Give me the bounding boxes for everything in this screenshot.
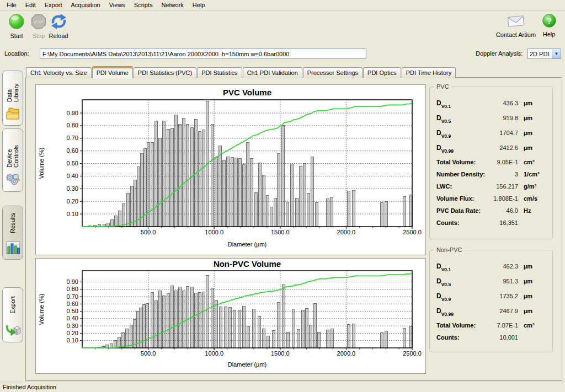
tab-pdi-time-history[interactable]: PDI Time History <box>402 67 456 78</box>
stat-row: PVC Data Rate:46.0Hz <box>436 207 547 219</box>
stat-label: DV0.99 <box>436 144 454 153</box>
doppler-analysis-value: 2D PDI <box>528 51 552 57</box>
stat-label: Counts: <box>436 334 460 341</box>
stat-row: Total Volume:9.05E-1cm³ <box>436 159 547 171</box>
stat-label: Volume Flux: <box>436 195 474 202</box>
help-button[interactable]: ?Help <box>537 13 561 37</box>
stat-unit: µm <box>524 130 547 136</box>
svg-text:0.40: 0.40 <box>67 315 78 321</box>
reload-icon <box>50 13 68 31</box>
chevron-down-icon[interactable]: ▼ <box>552 49 561 58</box>
svg-text:Non-PVC Volume: Non-PVC Volume <box>214 259 281 269</box>
tab-ch1-velocity-vs-size[interactable]: Ch1 Velocity vs. Size <box>26 67 92 78</box>
stat-row: DV0.5919.8µm <box>436 114 547 129</box>
stat-label: Number Density: <box>436 171 485 178</box>
stat-label: LWC: <box>436 183 452 190</box>
stat-label: DV0.9 <box>436 292 451 301</box>
svg-text:STOP: STOP <box>34 20 44 24</box>
menu-item-help[interactable]: Help <box>188 1 210 9</box>
stat-unit: g/m³ <box>524 183 547 190</box>
stat-value: 7.87E-1 <box>476 322 524 329</box>
stat-value: 436.3 <box>451 100 524 106</box>
stat-value: 1.808E-1 <box>474 195 524 202</box>
stat-value: 919.8 <box>451 115 524 121</box>
stat-value: 156.217 <box>452 183 524 190</box>
tab-pdi-statistics-pvc-[interactable]: PDI Statistics (PVC) <box>134 67 196 78</box>
stat-value: 2467.9 <box>454 308 524 314</box>
svg-text:0.10: 0.10 <box>67 337 78 343</box>
stat-unit: Hz <box>524 207 547 214</box>
svg-text:0.20: 0.20 <box>67 330 78 336</box>
start-button[interactable]: Start <box>4 13 29 39</box>
stat-value: 3 <box>485 171 524 178</box>
menu-item-file[interactable]: File <box>2 1 21 9</box>
svg-text:?: ? <box>547 17 552 25</box>
stat-value: 462.3 <box>451 263 524 270</box>
svg-text:500.0: 500.0 <box>141 229 156 235</box>
menu-bar: FileEditExportAcquisitionViewsScriptsNet… <box>0 0 565 10</box>
tab-pdi-optics[interactable]: PDI Optics <box>363 67 401 78</box>
svg-text:Diameter (µm): Diameter (µm) <box>228 361 267 368</box>
tab-pdi-statistics[interactable]: PDI Statistics <box>197 67 242 78</box>
sidebar-item-data-library[interactable]: Data Library <box>2 71 23 126</box>
svg-text:0.50: 0.50 <box>67 308 78 314</box>
svg-text:1500.0: 1500.0 <box>271 229 290 235</box>
stat-value: 1704.7 <box>451 130 524 136</box>
svg-text:0.80: 0.80 <box>67 122 78 128</box>
toolbar-button-label: Contact Artium <box>496 31 536 38</box>
location-input[interactable] <box>40 49 366 59</box>
groupbox-title: PVC <box>434 83 451 90</box>
stat-row: DV0.992412.6µm <box>436 144 547 159</box>
stat-label: DV0.1 <box>436 262 451 271</box>
svg-text:1000.0: 1000.0 <box>205 229 223 235</box>
tab-processor-settings[interactable]: Processor Settings <box>303 67 363 78</box>
stat-value: 2412.6 <box>454 144 524 151</box>
doppler-analysis-select[interactable]: 2D PDI ▼ <box>527 49 561 59</box>
sidebar-item-label: Device Controls <box>6 129 19 171</box>
stat-row: Volume Flux:1.808E-1cm/s <box>436 195 547 207</box>
stat-row: LWC:156.217g/m³ <box>436 183 547 195</box>
status-text: Finished Acquisition <box>3 384 56 390</box>
stop-icon: STOP <box>30 13 47 31</box>
stat-row: DV0.992467.9µm <box>436 307 547 322</box>
toolbar-button-label: Help <box>543 31 556 37</box>
toolbar-button-label: Start <box>10 33 23 39</box>
stat-row: DV0.91704.7µm <box>436 129 547 144</box>
sidebar-item-label: Data Library <box>6 71 19 105</box>
menu-item-export[interactable]: Export <box>40 1 67 9</box>
sidebar-item-results[interactable]: Results <box>2 206 23 260</box>
menu-item-scripts[interactable]: Scripts <box>130 1 157 9</box>
menu-item-views[interactable]: Views <box>105 1 130 9</box>
doppler-analysis-label: Doppler Analysis: <box>476 50 523 57</box>
envelope-icon <box>505 13 526 30</box>
stat-unit: µm <box>524 278 547 284</box>
sidebar-item-device-controls[interactable]: Device Controls <box>2 128 23 192</box>
reload-button[interactable]: Reload <box>46 13 71 39</box>
stat-label: DV0.9 <box>436 129 451 138</box>
menu-item-network[interactable]: Network <box>157 1 188 9</box>
menu-item-acquisition[interactable]: Acquisition <box>67 1 105 9</box>
stat-row: Total Volume:7.87E-1cm³ <box>436 322 547 334</box>
svg-text:500.0: 500.0 <box>141 350 156 357</box>
groupbox-title: Non-PVC <box>434 246 464 253</box>
svg-text:0.30: 0.30 <box>67 323 78 329</box>
stat-label: DV0.99 <box>436 307 454 316</box>
menu-item-edit[interactable]: Edit <box>21 1 40 9</box>
contact-artium-button[interactable]: Contact Artium <box>495 13 536 38</box>
stat-value: 9.05E-1 <box>476 159 524 165</box>
stat-label: Counts: <box>436 219 460 226</box>
stat-row: Counts:16,351 <box>436 219 547 232</box>
help-icon: ? <box>542 13 557 29</box>
stat-value: 46.0 <box>481 207 524 214</box>
stat-label: PVC Data Rate: <box>436 207 481 214</box>
svg-text:0.40: 0.40 <box>67 173 78 179</box>
stat-value: 10,001 <box>460 334 524 341</box>
svg-text:0.10: 0.10 <box>67 211 78 217</box>
svg-text:PVC Volume: PVC Volume <box>223 88 271 97</box>
export-icon <box>5 324 21 339</box>
tab-pdi-volume[interactable]: PDI Volume <box>92 66 133 78</box>
sidebar-item-export[interactable]: Export <box>2 287 23 342</box>
tab-ch1-pdi-validation[interactable]: Ch1 PDI Validation <box>243 67 302 78</box>
stat-unit: µm <box>524 308 547 314</box>
svg-text:Volume (%): Volume (%) <box>38 148 45 179</box>
